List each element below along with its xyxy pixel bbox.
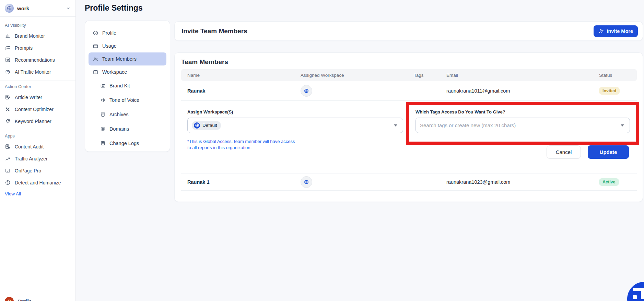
settings-tab-profile[interactable]: Profile xyxy=(89,26,166,39)
settings-tab-label: Workspace xyxy=(102,69,127,75)
layout-panel-icon xyxy=(93,69,98,75)
brand-widget-button[interactable] xyxy=(627,282,644,301)
status-badge: Invited xyxy=(599,87,620,95)
member-name: Raunak xyxy=(181,88,294,94)
sidebar-item-label: Brand Monitor xyxy=(15,33,45,39)
sidebar-item-label: AI Traffic Monitor xyxy=(15,69,51,75)
sidebar-profile-item[interactable]: R Profile xyxy=(0,296,75,301)
settings-tab-brand-kit[interactable]: Brand Kit xyxy=(89,79,166,93)
settings-tab-label: Profile xyxy=(102,30,116,36)
tags-search-input[interactable] xyxy=(420,122,621,128)
settings-tab-domains[interactable]: Domains xyxy=(89,122,166,136)
archive-box-icon xyxy=(100,112,106,117)
table-row[interactable]: Raunak 1 raunakrana1023@gmail.com Active xyxy=(181,173,637,191)
sidebar-item-ai-traffic-monitor[interactable]: AI AI Traffic Monitor xyxy=(0,66,75,78)
settings-tab-tone-of-voice[interactable]: Tone of Voice xyxy=(89,93,166,107)
settings-tab-workspace[interactable]: Workspace xyxy=(89,65,166,79)
settings-tab-label: Tone of Voice xyxy=(109,97,139,103)
workspace-globe-icon xyxy=(5,4,14,13)
tags-select[interactable] xyxy=(415,118,630,133)
sidebar-item-label: Content Audit xyxy=(15,144,44,149)
workspace-select[interactable]: Default xyxy=(187,118,403,133)
brand-logo-icon xyxy=(633,288,644,299)
ai-chip-icon: AI xyxy=(5,69,11,75)
sidebar-item-detect-and-humanize[interactable]: Detect and Humanize xyxy=(0,177,75,189)
sidebar-item-keyword-planner[interactable]: Keyword Planner xyxy=(0,115,75,127)
doc-search-icon xyxy=(5,144,11,149)
invite-more-button[interactable]: Invite More xyxy=(594,25,638,37)
sidebar-item-prompts[interactable]: Prompts xyxy=(0,42,75,54)
invite-more-label: Invite More xyxy=(607,28,633,34)
sidebar-item-recommendations[interactable]: Recommendations xyxy=(0,54,75,66)
badge-star-icon xyxy=(5,57,11,63)
app-sidebar: work AI Visibility Brand Monitor Prompts… xyxy=(0,0,76,301)
settings-tab-label: Team Members xyxy=(102,56,137,62)
column-header-workspace: Assigned Workspace xyxy=(294,73,408,78)
sidebar-item-article-writer[interactable]: Article Writer xyxy=(0,91,75,103)
sidebar-nav: AI Visibility Brand Monitor Prompts Reco… xyxy=(0,17,75,196)
team-members-card: Team Members Name Assigned Workspace Tag… xyxy=(174,52,643,202)
card-icon xyxy=(93,43,98,49)
settings-tab-label: Usage xyxy=(102,43,117,49)
people-icon xyxy=(93,56,98,62)
globe-chip-icon xyxy=(301,85,312,97)
workspace-switcher[interactable]: work xyxy=(0,0,75,17)
trend-line-icon xyxy=(5,156,11,161)
sidebar-item-content-optimizer[interactable]: Content Optimizer xyxy=(0,103,75,115)
settings-tab-archives[interactable]: Archives xyxy=(89,107,166,122)
sidebar-item-label: Recommendations xyxy=(15,57,55,63)
chevron-down-icon xyxy=(66,6,71,11)
member-email: raunakrana1011@gmail.com xyxy=(440,88,593,94)
section-label-apps: Apps xyxy=(0,130,75,141)
sidebar-item-label: Traffic Analyzer xyxy=(15,156,48,161)
sidebar-item-label: Content Optimizer xyxy=(15,107,54,112)
browser-icon xyxy=(5,168,11,173)
table-row[interactable]: Raunak raunakrana1011@gmail.com Invited xyxy=(181,81,637,101)
column-header-status: Status xyxy=(593,73,637,78)
bar-chart-icon xyxy=(5,33,11,39)
team-members-title: Team Members xyxy=(181,58,228,66)
percent-icon xyxy=(5,106,11,112)
globe-icon xyxy=(100,126,106,132)
page-title: Profile Settings xyxy=(85,3,143,13)
settings-tab-usage[interactable]: Usage xyxy=(89,39,166,52)
settings-tab-label: Change Logs xyxy=(109,141,139,146)
settings-nav-card: Profile Usage Team Members Workspace Bra… xyxy=(85,21,170,152)
megaphone-icon xyxy=(100,97,106,103)
settings-tab-label: Archives xyxy=(109,112,129,117)
doc-pencil-icon xyxy=(5,94,11,100)
update-button[interactable]: Update xyxy=(588,145,629,159)
column-header-email: Email xyxy=(440,73,593,78)
globe-chip-icon xyxy=(301,176,312,188)
sidebar-item-brand-monitor[interactable]: Brand Monitor xyxy=(0,30,75,42)
sidebar-item-onpage-pro[interactable]: OnPage Pro xyxy=(0,165,75,177)
view-all-link[interactable]: View All xyxy=(0,189,75,196)
settings-tab-label: Domains xyxy=(109,126,129,132)
sidebar-item-label: Keyword Planner xyxy=(15,119,51,124)
sidebar-profile-label: Profile xyxy=(18,299,32,301)
settings-tab-change-logs[interactable]: Change Logs xyxy=(89,136,166,150)
status-badge: Active xyxy=(599,178,619,186)
cancel-button[interactable]: Cancel xyxy=(547,145,581,159)
invite-card-title: Invite Team Members xyxy=(182,27,594,35)
person-plus-icon xyxy=(598,28,604,34)
invite-team-members-card: Invite Team Members Invite More xyxy=(174,21,643,41)
workspace-chip: Default xyxy=(192,121,221,130)
sidebar-item-content-audit[interactable]: Content Audit xyxy=(0,141,75,153)
globe-chip-icon xyxy=(194,122,200,129)
prompt-list-icon xyxy=(5,45,11,51)
chevron-down-icon xyxy=(394,124,397,127)
member-name: Raunak 1 xyxy=(181,179,294,185)
workspace-chip-label: Default xyxy=(202,123,217,128)
sidebar-item-label: Article Writer xyxy=(15,95,42,100)
workspace-name: work xyxy=(17,5,62,11)
sidebar-item-label: Detect and Humanize xyxy=(15,180,61,185)
assign-workspace-label: Assign Workspace(S) xyxy=(187,109,233,115)
section-label-ai-visibility: AI Visibility xyxy=(0,20,75,30)
settings-tab-team-members[interactable]: Team Members xyxy=(89,52,166,65)
settings-tab-label: Brand Kit xyxy=(109,83,130,88)
section-label-action-center: Action Center xyxy=(0,81,75,91)
sidebar-item-traffic-analyzer[interactable]: Traffic Analyzer xyxy=(0,153,75,165)
chevron-down-icon xyxy=(621,124,624,127)
doc-lines-icon xyxy=(100,141,106,146)
